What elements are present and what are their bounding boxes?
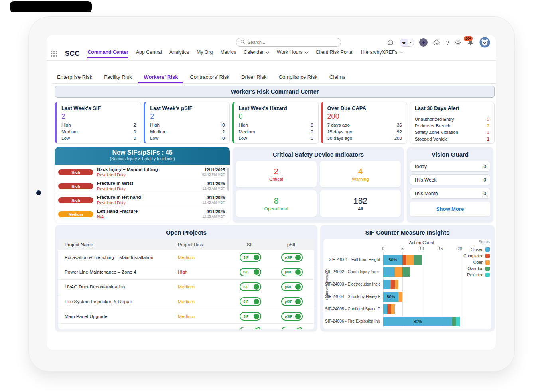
tab-contractors-risk[interactable]: Contractors' Risk (185, 72, 235, 83)
trailhead-icon[interactable] (433, 39, 441, 47)
chart-x-axis-title: Action Count (409, 240, 434, 245)
project-row[interactable]: SIFpSIF (58, 324, 314, 329)
sif-toggle[interactable]: SIF (240, 297, 261, 306)
project-risk: Medium (178, 314, 230, 319)
project-row[interactable]: Fire System Inspection & RepairMediumSIF… (58, 294, 314, 309)
setup-icon[interactable] (455, 39, 461, 46)
sif-item-subtitle: Restricted Duty (97, 200, 202, 206)
chart-bar (383, 280, 398, 289)
sif-toggle[interactable]: SIF (240, 253, 261, 262)
indicator-critical[interactable]: 2Critical (236, 161, 317, 187)
help-icon[interactable]: ? (446, 39, 449, 46)
psif-toggle[interactable]: pSIF (281, 327, 303, 329)
psif-toggle[interactable]: pSIF (281, 268, 303, 276)
vision-row-today[interactable]: Today0 (410, 161, 490, 172)
app-launcher-icon[interactable] (51, 51, 57, 57)
psif-toggle[interactable]: pSIF (281, 312, 303, 321)
kpi-card-last-week-s-psif[interactable]: Last Week's pSIF2High0Medium2Low0 (144, 102, 230, 144)
kpi-row: Medium0 (238, 129, 313, 135)
kpi-card-last-week-s-sif[interactable]: Last Week's SIF2High2Medium0Low0 (55, 102, 141, 144)
bar-segment-overdue (402, 267, 410, 277)
kpi-card-over-due-capa[interactable]: Over Due CAPA2007 days ago3615 days ago9… (321, 102, 407, 144)
tab-driver-risk[interactable]: Driver Risk (236, 72, 272, 83)
search-input[interactable] (248, 40, 337, 45)
kpi-row-label: Medium (61, 129, 78, 135)
legend-label: Open (473, 260, 483, 265)
legend-entry-rejected[interactable]: Rejected (456, 272, 490, 278)
device-top-notch (10, 1, 92, 12)
legend-entry-open[interactable]: Open (456, 259, 490, 265)
kpi-row: 15 days ago92 (327, 129, 402, 135)
favorites-icon[interactable]: ★▾ (400, 39, 414, 47)
sif-item-text: Fracture in WristRestricted Duty (97, 180, 202, 192)
new-sifs-subtitle: (Serious Injury & Fatality Incidents) (55, 156, 230, 161)
kpi-card-last-week-s-hazard[interactable]: Last Week's Hazard0High0Medium0Low0 (232, 102, 318, 144)
sif-list-item[interactable]: MediumLeft Hand FractureN/A9/11/202512:1… (55, 207, 230, 221)
chart-category-label: SIF-24005 - Confined Space Fat... (325, 304, 380, 314)
tab-workers-risk[interactable]: Workers' Risk (138, 72, 183, 83)
psif-toggle[interactable]: pSIF (281, 253, 303, 262)
nav-item-app-central[interactable]: App Central (136, 49, 162, 58)
show-more-button[interactable]: Show More (410, 202, 490, 216)
risk-tabstrip: Enterprise RiskFacility RiskWorkers' Ris… (52, 72, 496, 84)
legend-label: Overdue (468, 267, 484, 271)
einstein-icon[interactable] (386, 39, 394, 47)
project-row[interactable]: Main Panel UpgradeMediumSIFpSIF (58, 309, 314, 324)
toggle-label: SIF (243, 314, 248, 318)
sif-list-item[interactable]: HighFracture in WristRestricted Duty9/11… (55, 179, 230, 193)
kpi-row-label: Medium (150, 129, 166, 135)
bar-segment-closed: 90% (383, 317, 452, 326)
add-icon[interactable]: + (419, 38, 428, 47)
kpi-card-last-30-days-alert[interactable]: Last 30 Days AlertUnauthorized Entry0Per… (410, 102, 495, 144)
nav-item-calendar[interactable]: Calendar (244, 49, 269, 58)
nav-item-hierarchyxrefs[interactable]: HierarchyXREFs (361, 49, 403, 58)
sif-toggle[interactable]: SIF (240, 282, 261, 291)
toggle-knob (295, 299, 301, 304)
sif-list-item[interactable]: HighFracture in left handRestricted Duty… (55, 193, 230, 207)
sif-toggle[interactable]: SIF (240, 327, 261, 329)
vision-row-this-week[interactable]: This Week0 (410, 174, 490, 185)
kpi-row-value: 2 (134, 122, 136, 129)
vision-row-value: 0 (483, 191, 486, 196)
psif-toggle[interactable]: pSIF (281, 297, 303, 306)
indicator-value: 4 (358, 167, 363, 176)
legend-entry-overdue[interactable]: Overdue (456, 265, 490, 272)
indicator-value: 8 (274, 196, 279, 206)
nav-item-my-org[interactable]: My Org (197, 49, 213, 58)
toggle-label: pSIF (285, 255, 292, 259)
nav-item-label: Command Center (87, 49, 128, 55)
nav-item-command-center[interactable]: Command Center (87, 49, 128, 58)
kpi-row-label: Low (238, 135, 247, 142)
notifications-icon[interactable]: 20+ (467, 39, 474, 46)
indicator-all[interactable]: 182All (320, 190, 401, 217)
bar-segment-open (395, 267, 402, 277)
tab-compliance-risk[interactable]: Compliance Risk (274, 72, 323, 83)
psif-toggle[interactable]: pSIF (281, 282, 303, 291)
kpi-value: 2 (61, 112, 136, 121)
sif-toggle[interactable]: SIF (240, 312, 261, 321)
nav-item-analytics[interactable]: Analytics (169, 49, 189, 58)
avatar[interactable] (479, 37, 490, 48)
toggle-knob (295, 284, 301, 290)
toggle-label: SIF (243, 329, 248, 329)
project-risk: Medium (178, 284, 230, 290)
nav-item-work-hours[interactable]: Work Hours (277, 49, 308, 58)
indicator-operational[interactable]: 8Operational (236, 190, 317, 217)
nav-item-metrics[interactable]: Metrics (220, 49, 236, 58)
tab-facility-risk[interactable]: Facility Risk (99, 72, 137, 83)
vision-row-label: This Month (414, 191, 438, 196)
kpi-row-value: 36 (397, 122, 402, 129)
scrollbar-thumb[interactable] (227, 168, 229, 191)
sif-toggle[interactable]: SIF (240, 268, 261, 276)
legend-entry-completed[interactable]: Completed (456, 253, 490, 259)
sif-list-item[interactable]: HighBack Injury – Manual LiftingRestrict… (55, 165, 230, 179)
project-row[interactable]: Power Line Maintenance – Zone 4HighSIFpS… (58, 265, 314, 280)
project-row[interactable]: Excavation & Trenching – Main Installati… (58, 250, 314, 265)
tab-claims[interactable]: Claims (324, 72, 351, 83)
nav-item-client-risk-portal[interactable]: Client Risk Portal (316, 49, 353, 58)
notification-badge: 20+ (463, 36, 473, 41)
project-row[interactable]: HVAC Duct DecontaminationMediumSIFpSIF (58, 280, 314, 294)
indicator-warning[interactable]: 4Warning (320, 161, 401, 187)
tab-enterprise-risk[interactable]: Enterprise Risk (52, 72, 97, 83)
vision-row-this-month[interactable]: This Month0 (410, 188, 490, 199)
